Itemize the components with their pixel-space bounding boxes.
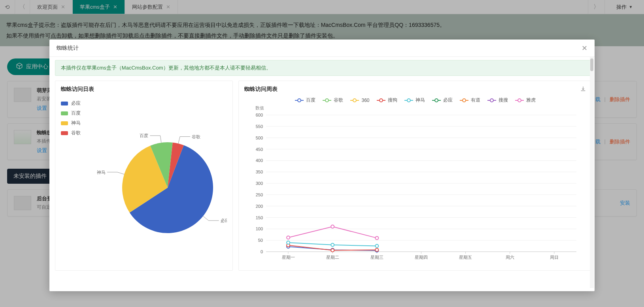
svg-point-52 — [331, 243, 334, 247]
svg-text:周六: 周六 — [506, 255, 514, 260]
line-chart: 050100150200250300350400450500550600星期一星… — [244, 111, 584, 265]
svg-text:550: 550 — [256, 124, 263, 129]
close-icon[interactable]: ✕ — [582, 44, 587, 53]
legend-marker — [515, 98, 524, 102]
svg-point-49 — [331, 249, 334, 252]
svg-text:350: 350 — [256, 170, 263, 174]
legend-item[interactable]: 必应 — [432, 97, 453, 104]
legend-item[interactable]: 360 — [350, 97, 369, 104]
legend-label: 搜搜 — [499, 97, 508, 104]
spider-stats-modal: 蜘蛛统计 ✕ 本插件仅在苹果cms盒子（MacCmsBox.Com）更新，其他地… — [49, 40, 595, 291]
legend-item[interactable]: 搜狗 — [377, 97, 397, 104]
svg-text:250: 250 — [256, 192, 263, 197]
legend-marker — [377, 98, 385, 102]
legend-label: 360 — [361, 98, 369, 103]
legend-marker — [350, 98, 359, 102]
legend-swatch — [61, 111, 68, 115]
modal-notice: 本插件仅在苹果cms盒子（MacCmsBox.Com）更新，其他地方都不是本人请… — [55, 60, 591, 76]
legend-label: 百度 — [306, 97, 315, 104]
pie-chart: 必应神马百度谷歌 — [61, 97, 227, 259]
svg-point-55 — [331, 225, 334, 228]
svg-text:600: 600 — [256, 113, 263, 117]
legend-label: 雅虎 — [526, 97, 536, 104]
legend-item[interactable]: 神马 — [404, 97, 425, 104]
legend-marker — [404, 98, 413, 102]
svg-text:星期一: 星期一 — [282, 255, 295, 260]
svg-text:200: 200 — [256, 204, 263, 209]
svg-point-54 — [287, 236, 290, 239]
line-chart-title: 蜘蛛访问周表 — [244, 86, 586, 93]
legend-marker — [432, 98, 441, 102]
svg-text:星期四: 星期四 — [415, 255, 428, 260]
svg-text:必应: 必应 — [221, 218, 227, 223]
line-chart-card: 蜘蛛访问周表 百度谷歌360搜狗神马必应有道搜搜雅虎 数值 0501001502… — [238, 81, 592, 271]
legend-label: 必应 — [443, 97, 453, 104]
line-legend: 百度谷歌360搜狗神马必应有道搜搜雅虎 — [244, 97, 586, 104]
svg-text:神马: 神马 — [97, 170, 106, 175]
svg-text:0: 0 — [261, 249, 263, 254]
legend-label: 有道 — [471, 97, 480, 104]
svg-point-56 — [375, 236, 378, 239]
legend-marker — [295, 98, 304, 102]
svg-text:450: 450 — [256, 147, 263, 152]
pie-chart-title: 蜘蛛访问日表 — [61, 86, 227, 93]
legend-marker — [460, 98, 468, 102]
legend-label: 神马 — [71, 120, 81, 126]
modal-body: 本插件仅在苹果cms盒子（MacCmsBox.Com）更新，其他地方都不是本人请… — [49, 57, 595, 291]
legend-marker — [487, 98, 496, 102]
legend-swatch — [61, 131, 68, 135]
legend-item[interactable]: 百度 — [295, 97, 315, 104]
svg-text:500: 500 — [256, 136, 263, 140]
pie-legend: 必应 百度 神马 谷歌 — [61, 100, 81, 139]
svg-point-50 — [375, 248, 378, 251]
svg-text:星期二: 星期二 — [326, 255, 339, 260]
svg-text:周日: 周日 — [550, 255, 559, 260]
legend-marker — [323, 98, 331, 102]
legend-item[interactable]: 神马 — [61, 120, 81, 126]
legend-label: 搜狗 — [388, 97, 397, 104]
legend-swatch — [61, 102, 68, 105]
svg-text:谷歌: 谷歌 — [192, 134, 200, 139]
legend-label: 谷歌 — [334, 97, 343, 104]
legend-item[interactable]: 谷歌 — [61, 130, 81, 136]
svg-text:百度: 百度 — [140, 133, 148, 138]
svg-text:400: 400 — [256, 158, 263, 163]
pie-chart-card: 蜘蛛访问日表 必应 百度 神马 谷歌 必应神马百度谷歌 — [55, 81, 233, 271]
scrollbar-thumb[interactable] — [590, 58, 593, 71]
legend-item[interactable]: 雅虎 — [515, 97, 536, 104]
legend-swatch — [61, 121, 68, 125]
legend-item[interactable]: 必应 — [61, 100, 81, 107]
modal-header: 蜘蛛统计 ✕ — [49, 40, 595, 57]
svg-text:100: 100 — [256, 226, 263, 231]
svg-text:150: 150 — [256, 215, 263, 220]
legend-item[interactable]: 百度 — [61, 110, 81, 117]
modal-scrollbar[interactable] — [590, 57, 594, 288]
svg-text:星期三: 星期三 — [370, 255, 383, 260]
svg-text:300: 300 — [256, 181, 263, 186]
svg-text:50: 50 — [258, 238, 263, 243]
legend-item[interactable]: 谷歌 — [323, 97, 343, 104]
svg-point-53 — [375, 245, 378, 248]
modal-title: 蜘蛛统计 — [57, 45, 79, 52]
legend-label: 神马 — [415, 97, 425, 104]
legend-label: 必应 — [71, 100, 81, 107]
legend-label: 谷歌 — [71, 130, 81, 136]
legend-item[interactable]: 搜搜 — [487, 97, 508, 104]
download-icon[interactable] — [580, 86, 586, 93]
legend-label: 百度 — [71, 110, 81, 117]
svg-point-51 — [287, 241, 290, 244]
svg-text:星期五: 星期五 — [459, 255, 472, 260]
y-axis-title: 数值 — [255, 105, 586, 111]
legend-item[interactable]: 有道 — [460, 97, 480, 104]
